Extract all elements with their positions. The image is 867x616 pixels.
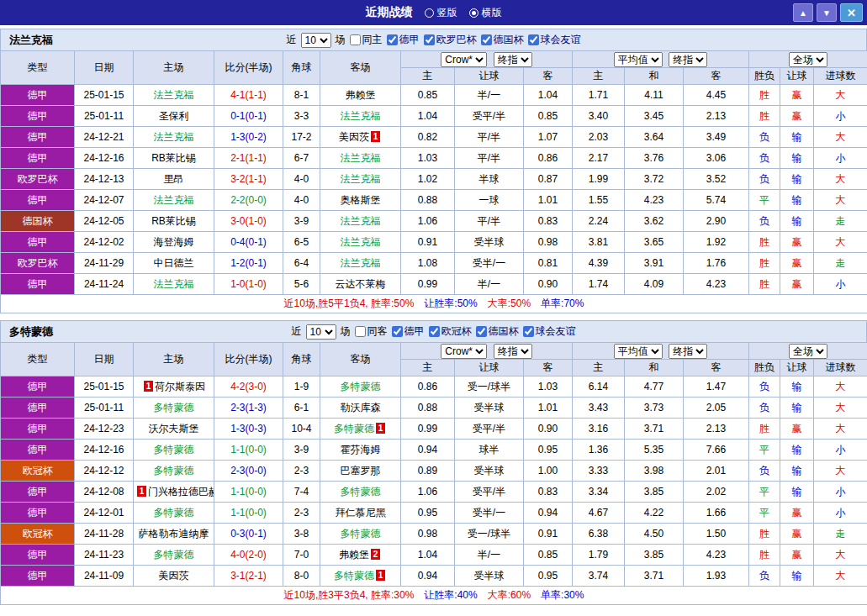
scope-select[interactable]: 全场: [789, 52, 827, 67]
odds-home: 0.99: [401, 274, 455, 295]
average-select[interactable]: 平均值: [614, 344, 663, 359]
odds-home: 0.85: [401, 85, 455, 106]
bookmaker-select[interactable]: Crow*: [441, 344, 487, 359]
average-select[interactable]: 平均值: [614, 52, 663, 67]
same-venue-filter[interactable]: 同主: [350, 33, 383, 47]
odds-away: 1.01: [524, 190, 573, 211]
odds-stage-select[interactable]: 终指: [494, 52, 532, 67]
league-filter-1[interactable]: 德甲: [392, 324, 425, 339]
corner-score: 3-9: [283, 440, 320, 461]
score: 1-3(0-2): [214, 127, 283, 148]
avg-home: 1.36: [573, 440, 625, 461]
result-handicap: 赢: [780, 253, 814, 274]
same-venue-checkbox[interactable]: [355, 326, 366, 337]
league-filter-2[interactable]: 欧冠杯: [429, 324, 472, 339]
result-goals: 大: [814, 232, 867, 253]
team-name: RB莱比锡: [151, 152, 196, 164]
avg-home: 2.17: [573, 148, 625, 169]
odds-home: 0.82: [401, 127, 455, 148]
summary-segment: 让胜率:50%: [424, 297, 477, 309]
league-checkbox-2[interactable]: [424, 34, 435, 45]
result-winlose: 胜: [749, 85, 780, 106]
avg-draw: 4.22: [625, 503, 684, 524]
league-filter-3[interactable]: 德国杯: [481, 33, 524, 47]
league-checkbox-1[interactable]: [387, 34, 398, 45]
match-count-select[interactable]: 10: [306, 324, 336, 340]
corner-score: 4-0: [283, 169, 320, 190]
section-header: 法兰克福 近 10 场 同主 德甲 欧罗巴杯 德国杯 球会友谊: [0, 29, 867, 50]
avg-home: 2.24: [573, 211, 625, 232]
bookmaker-select[interactable]: Crow*: [441, 52, 487, 67]
odds-away: 1.03: [524, 376, 573, 398]
move-up-button[interactable]: ▲: [793, 3, 813, 22]
result-winlose: 胜: [749, 106, 780, 127]
team-name: 门兴格拉德巴赫: [148, 486, 214, 498]
odds-stage-select[interactable]: 终指: [494, 344, 532, 359]
scope-select[interactable]: 全场: [789, 344, 827, 359]
home-team: 海登海姆: [134, 232, 214, 253]
match-row: 德甲25-01-11圣保利0-1(0-1)3-3法兰克福1.04受平/半0.85…: [1, 106, 867, 127]
league-checkbox-4[interactable]: [523, 326, 534, 337]
near-label: 近: [292, 324, 302, 339]
league-filter-4[interactable]: 球会友谊: [528, 33, 581, 47]
section-team-name: 法兰克福: [9, 33, 53, 48]
red-card-badge: 2: [371, 549, 380, 560]
odds-handicap: 受半/一: [455, 253, 524, 274]
odds-home: 1.06: [401, 211, 455, 232]
avg-home: 2.03: [573, 127, 625, 148]
same-venue-filter[interactable]: 同客: [355, 324, 388, 339]
col-odds-handicap: 让球: [455, 360, 524, 376]
home-team: 圣保利: [134, 106, 214, 127]
layout-vertical-radio[interactable]: 竖版: [425, 6, 457, 20]
team-name: 荷尔斯泰因: [155, 381, 205, 392]
result-goals: 大: [814, 190, 867, 211]
col-avg-away: 客: [684, 68, 749, 85]
result-winlose: 负: [749, 148, 780, 169]
league-checkbox-4[interactable]: [528, 34, 539, 45]
league-filter-3[interactable]: 德国杯: [476, 324, 519, 339]
col-odds-home: 主: [401, 360, 455, 376]
result-goals: 小: [814, 148, 867, 169]
near-label: 近: [287, 33, 297, 47]
result-handicap: 赢: [780, 503, 814, 524]
layout-vertical-label: 竖版: [437, 6, 457, 20]
avg-stage-select[interactable]: 终指: [669, 52, 707, 67]
league-filter-label: 德国杯: [494, 33, 524, 47]
close-button[interactable]: ✕: [840, 3, 863, 22]
summary-segment: 大率:60%: [488, 589, 531, 601]
avg-draw: 3.85: [625, 482, 684, 503]
avg-draw: 3.71: [625, 566, 684, 587]
match-row: 欧罗巴杯24-12-13里昂3-2(1-1)4-0法兰克福1.02半球0.871…: [1, 169, 867, 190]
avg-draw: 3.64: [625, 127, 684, 148]
league-filter-2[interactable]: 欧罗巴杯: [424, 33, 477, 47]
result-winlose: 胜: [749, 545, 780, 566]
odds-handicap: 半/一: [455, 85, 524, 106]
league-filter-1[interactable]: 德甲: [387, 33, 420, 47]
col-away: 客场: [320, 343, 401, 376]
league-filter-4[interactable]: 球会友谊: [523, 324, 576, 339]
move-down-button[interactable]: ▼: [817, 3, 837, 22]
avg-away: 3.06: [684, 148, 749, 169]
odds-home: 0.98: [401, 524, 455, 545]
score: 1-1(0-0): [214, 482, 283, 503]
league-checkbox-3[interactable]: [476, 326, 487, 337]
odds-home: 1.06: [401, 482, 455, 503]
team-name: 法兰克福: [154, 278, 194, 290]
odds-handicap: 受半球: [455, 566, 524, 587]
league-checkbox-1[interactable]: [392, 326, 403, 337]
team-name: 法兰克福: [154, 131, 194, 143]
avg-stage-select[interactable]: 终指: [669, 344, 707, 359]
avg-away: 1.76: [684, 253, 749, 274]
league-checkbox-3[interactable]: [481, 34, 492, 45]
match-count-select[interactable]: 10: [301, 33, 331, 48]
league-type-badge: 德甲: [1, 566, 75, 587]
same-venue-checkbox[interactable]: [350, 34, 361, 45]
league-checkbox-2[interactable]: [429, 326, 440, 337]
result-goals: 大: [814, 566, 867, 587]
layout-horizontal-radio[interactable]: 横版: [469, 6, 502, 20]
result-goals: 小: [814, 482, 867, 503]
result-winlose: 负: [749, 461, 780, 482]
odds-handicap: 受平/半: [455, 419, 524, 440]
score: 2-3(0-0): [214, 461, 283, 482]
home-team: 法兰克福: [134, 274, 214, 295]
